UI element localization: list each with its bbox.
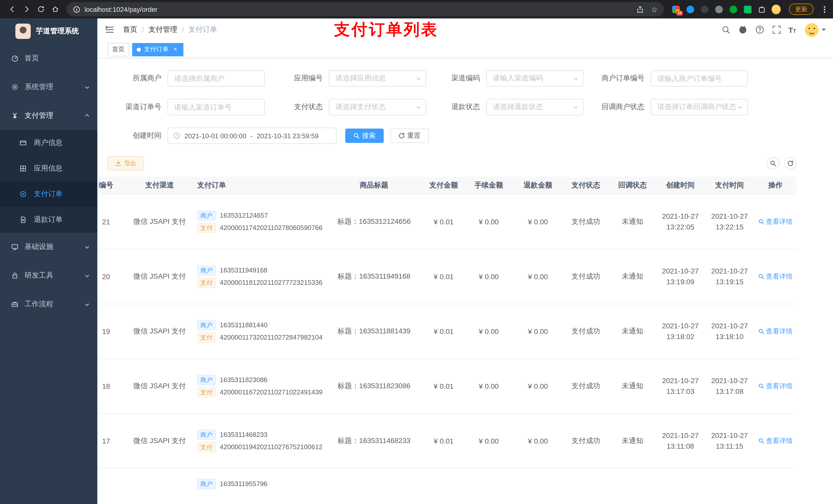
pay-status-select[interactable]: 请选择支付状态 <box>329 99 426 115</box>
sidebar-item-refund-order[interactable]: 退款订单 <box>0 207 97 233</box>
refresh-table-icon[interactable] <box>784 157 796 170</box>
tab-pay-order[interactable]: 支付订单 × <box>132 43 184 56</box>
sidebar-item-label: 支付管理 <box>25 111 53 120</box>
sidebar-item-label: 基础设施 <box>25 242 53 251</box>
fullscreen-icon[interactable] <box>771 25 782 35</box>
sidebar-item-system[interactable]: 系统管理 <box>0 73 97 101</box>
pay-tag: 支付 <box>197 222 216 233</box>
browser-back-icon[interactable] <box>5 2 20 16</box>
github-icon[interactable] <box>737 25 748 35</box>
export-button[interactable]: 导出 <box>108 156 144 171</box>
col-pay-order: 支付订单 <box>193 177 325 194</box>
browser-update-button[interactable]: 更新 <box>789 4 813 15</box>
share-icon[interactable] <box>636 5 644 13</box>
close-icon[interactable]: × <box>172 46 179 53</box>
refund-status-select[interactable]: 请选择退款状态 <box>486 99 584 115</box>
view-detail-link[interactable]: 查看详情 <box>758 272 792 281</box>
merchant-order-no-input[interactable] <box>651 70 748 87</box>
pay-status-placeholder: 请选择支付状态 <box>336 102 386 112</box>
extensions-puzzle-icon[interactable] <box>757 5 766 14</box>
view-detail-link[interactable]: 查看详情 <box>758 327 792 336</box>
create-time-label: 创建时间 <box>108 131 168 140</box>
browser-forward-icon[interactable] <box>20 2 34 16</box>
view-detail-link[interactable]: 查看详情 <box>758 381 792 390</box>
sidebar-item-label: 应用信息 <box>34 164 63 173</box>
breadcrumb-item-home[interactable]: 首页 <box>123 25 137 34</box>
search-icon[interactable] <box>720 25 731 35</box>
merchant-tag: 商户 <box>197 375 216 385</box>
extension-blue-icon[interactable] <box>686 5 695 14</box>
bookmark-star-icon[interactable]: ☆ <box>651 5 658 13</box>
app-select[interactable]: 请选择应用信息 <box>329 70 426 87</box>
extension-green-square-icon[interactable] <box>743 5 752 14</box>
font-size-icon[interactable]: TT <box>788 26 796 33</box>
tags-view-bar: 首页 支付订单 × <box>97 41 833 58</box>
yen-icon <box>11 112 19 119</box>
sidebar-item-label: 首页 <box>25 54 39 63</box>
extension-grey-icon[interactable] <box>714 5 723 14</box>
create-time-range-picker[interactable]: 2021-10-01 00:00:00 - 2021-10-31 23:59:5… <box>168 127 337 144</box>
sidebar-item-app-info[interactable]: 应用信息 <box>0 156 97 181</box>
extension-green-icon[interactable] <box>729 5 738 14</box>
toggle-search-icon[interactable] <box>767 157 779 170</box>
channel-order-no-label: 渠道订单号 <box>108 102 168 112</box>
view-detail-link[interactable]: 查看详情 <box>758 436 792 446</box>
sidebar-collapse-icon[interactable] <box>104 25 115 35</box>
browser-toolbar: localhost:1024/pay/order ☆ 10 更新 <box>0 0 833 19</box>
cell-action: 查看详情 <box>754 249 796 304</box>
sidebar-item-infrastructure[interactable]: 基础设施 <box>0 233 97 261</box>
merchant-select[interactable] <box>168 70 265 87</box>
table-row-partial: 商户1635311955796 <box>97 468 796 504</box>
extension-dark-icon[interactable] <box>700 5 709 14</box>
breadcrumb-item-pay-manage[interactable]: 支付管理 <box>148 25 177 34</box>
logo-avatar <box>15 24 31 39</box>
site-info-icon[interactable] <box>73 5 80 13</box>
browser-home-icon[interactable] <box>48 2 63 16</box>
cell-refund: ¥ 0.00 <box>513 413 563 468</box>
briefcase-icon <box>11 301 19 308</box>
sidebar-item-pay-order[interactable]: 支付订单 <box>0 181 97 207</box>
extension-palette-icon[interactable]: 10 <box>671 5 680 14</box>
sidebar-item-payment[interactable]: 支付管理 <box>0 101 97 130</box>
pay-order-no: 4200001194202110276752100612 <box>220 443 323 451</box>
browser-profile-avatar[interactable] <box>771 5 781 14</box>
merchant-order-no: 1635311881440 <box>220 321 267 329</box>
cell-fee: ¥ 0.00 <box>464 413 513 468</box>
channel-order-no-input[interactable] <box>168 99 265 115</box>
help-icon[interactable] <box>754 25 765 35</box>
url-bar[interactable]: localhost:1024/pay/order ☆ <box>67 2 664 16</box>
channel-code-select[interactable]: 请输入渠道编码 <box>486 70 584 87</box>
search-button[interactable]: 搜索 <box>345 128 384 143</box>
cell-id: 18 <box>97 359 126 413</box>
merchant-tag: 商户 <box>197 479 216 489</box>
cell-refund: ¥ 0.00 <box>513 194 563 249</box>
notify-status-select[interactable]: 请选择订单回调商户状态 <box>651 99 748 115</box>
browser-refresh-icon[interactable] <box>34 2 48 16</box>
cell-status: 支付成功 <box>563 359 609 413</box>
cell-pay-order: 商户1635311881440 支付4200001173202110272847… <box>193 304 325 359</box>
breadcrumb: 首页 / 支付管理 / 支付订单 <box>123 25 217 34</box>
sidebar-item-workflow[interactable]: 工作流程 <box>0 290 97 318</box>
cell-refund: ¥ 0.00 <box>513 304 563 359</box>
avatar <box>805 23 819 37</box>
sidebar-item-dev-tools[interactable]: 研发工具 <box>0 261 97 290</box>
sidebar-item-home[interactable]: 首页 <box>0 44 97 73</box>
sidebar-item-merchant-info[interactable]: 商户信息 <box>0 130 97 156</box>
url-text: localhost:1024/pay/order <box>85 5 636 13</box>
tab-home[interactable]: 首页 <box>108 43 129 56</box>
view-detail-link[interactable]: 查看详情 <box>758 217 792 226</box>
merchant-order-no: 1635312124657 <box>220 212 268 219</box>
merchant-label: 所属商户 <box>108 74 168 83</box>
app-logo[interactable]: 芋道管理系统 <box>0 19 97 44</box>
user-avatar-menu[interactable] <box>805 23 826 37</box>
cell-id: 21 <box>97 194 126 249</box>
col-amount: 支付金额 <box>423 177 464 194</box>
lock-icon <box>11 272 19 279</box>
cell-id: 20 <box>97 249 126 304</box>
sidebar-item-label: 退款订单 <box>34 215 63 224</box>
cell-refund: ¥ 0.00 <box>513 359 563 413</box>
browser-menu-icon[interactable] <box>821 4 828 15</box>
merchant-order-no: 1635311823086 <box>220 376 267 384</box>
merchant-tag: 商户 <box>197 265 216 275</box>
reset-button[interactable]: 重置 <box>390 128 429 143</box>
